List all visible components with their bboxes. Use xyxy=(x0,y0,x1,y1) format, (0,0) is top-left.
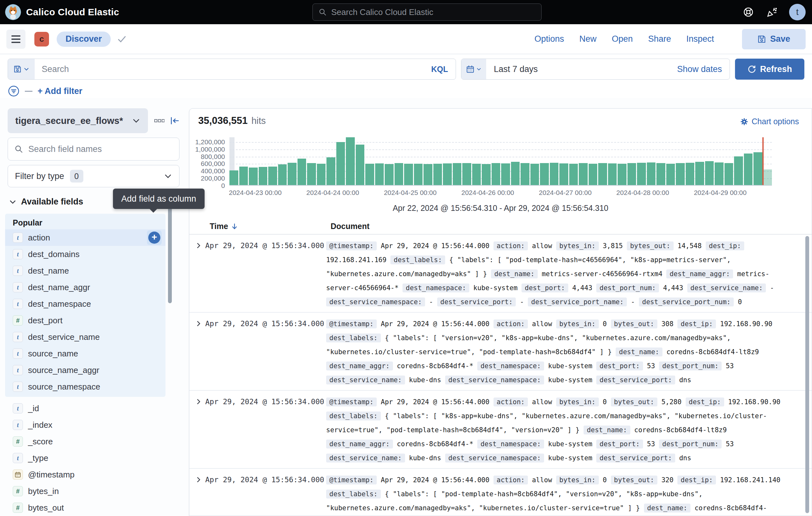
histogram-bar[interactable] xyxy=(686,163,695,185)
histogram-bar[interactable] xyxy=(492,163,500,185)
field-search-input[interactable] xyxy=(28,144,173,154)
histogram-bar[interactable] xyxy=(705,161,714,185)
histogram-bar[interactable] xyxy=(229,170,238,185)
field-item-dest_port[interactable]: #dest_port xyxy=(5,312,166,329)
expand-row-icon[interactable] xyxy=(195,320,202,327)
histogram-plot[interactable] xyxy=(229,137,772,186)
histogram-bar[interactable] xyxy=(472,164,481,185)
histogram-bar[interactable] xyxy=(666,164,675,185)
histogram-bar[interactable] xyxy=(395,163,403,185)
time-column-header[interactable]: Time xyxy=(210,222,228,231)
histogram-bar[interactable] xyxy=(346,137,355,185)
histogram-bar[interactable] xyxy=(676,163,685,185)
expand-row-icon[interactable] xyxy=(195,398,202,405)
histogram-bar[interactable] xyxy=(443,163,452,185)
field-item-dest_name_aggr[interactable]: tdest_name_aggr xyxy=(5,279,166,296)
menu-hamburger-button[interactable] xyxy=(6,30,25,49)
collapse-sidebar-icon[interactable] xyxy=(170,116,179,126)
breadcrumb-discover[interactable]: Discover xyxy=(57,31,111,47)
histogram-bar[interactable] xyxy=(734,156,743,185)
histogram-bar[interactable] xyxy=(550,163,559,185)
date-picker[interactable]: Last 7 days Show dates xyxy=(461,59,730,80)
histogram-bar[interactable] xyxy=(356,144,365,185)
histogram-bar[interactable] xyxy=(414,164,423,185)
menu-item-open[interactable]: Open xyxy=(612,34,633,44)
histogram-bar[interactable] xyxy=(375,163,384,185)
histogram-bar[interactable] xyxy=(307,163,316,185)
histogram-bar[interactable] xyxy=(259,167,268,185)
field-item-@timestamp[interactable]: @timestamp xyxy=(5,466,166,483)
histogram-bar[interactable] xyxy=(725,163,733,185)
histogram-bar[interactable] xyxy=(530,164,539,185)
histogram-bar[interactable] xyxy=(288,163,296,185)
table-scrollbar[interactable] xyxy=(805,236,809,513)
histogram-bar[interactable] xyxy=(628,163,636,185)
field-search[interactable] xyxy=(8,138,179,161)
histogram-bar[interactable] xyxy=(239,167,248,185)
histogram-bar[interactable] xyxy=(617,164,627,185)
user-avatar[interactable]: t xyxy=(789,4,806,20)
histogram-bar[interactable] xyxy=(433,164,442,185)
save-button[interactable]: Save xyxy=(742,29,806,49)
menu-item-new[interactable]: New xyxy=(579,34,597,44)
global-search[interactable] xyxy=(313,3,542,21)
histogram-bar[interactable] xyxy=(482,164,491,185)
field-item-source_name_aggr[interactable]: tsource_name_aggr xyxy=(5,362,166,378)
index-pattern-select[interactable]: tigera_secure_ee_flows* xyxy=(8,108,148,133)
field-item-_id[interactable]: t_id xyxy=(5,400,166,417)
histogram-bar[interactable] xyxy=(424,164,432,185)
histogram-bar[interactable] xyxy=(579,163,588,185)
show-dates-link[interactable]: Show dates xyxy=(677,64,730,74)
filter-menu-icon[interactable] xyxy=(8,85,20,97)
help-lifebuoy-icon[interactable] xyxy=(742,6,755,19)
add-filter-link[interactable]: + Add filter xyxy=(37,86,82,96)
histogram-bar[interactable] xyxy=(744,154,753,185)
newsfeed-icon[interactable] xyxy=(765,6,778,19)
histogram-bar[interactable] xyxy=(637,163,646,185)
field-item-_score[interactable]: #_score xyxy=(5,433,166,450)
date-quick-menu-button[interactable] xyxy=(461,59,486,79)
field-item-bytes_in[interactable]: #bytes_in xyxy=(5,483,166,499)
histogram-bar[interactable] xyxy=(278,164,287,185)
expand-row-icon[interactable] xyxy=(195,242,202,249)
histogram-bar[interactable] xyxy=(317,164,326,185)
time-range-value[interactable]: Last 7 days xyxy=(486,64,538,74)
histogram-bar[interactable] xyxy=(521,163,529,185)
histogram-bar[interactable] xyxy=(511,162,520,185)
menu-item-options[interactable]: Options xyxy=(534,34,564,44)
kql-search-control[interactable]: KQL xyxy=(8,59,456,80)
field-item-dest_service_name[interactable]: tdest_service_name xyxy=(5,329,166,345)
histogram-bar[interactable] xyxy=(385,164,394,185)
menu-item-inspect[interactable]: Inspect xyxy=(686,34,714,44)
field-item-action[interactable]: taction+ xyxy=(5,229,166,246)
histogram-bar[interactable] xyxy=(453,163,462,185)
space-badge[interactable]: c xyxy=(34,32,49,47)
histogram-bar[interactable] xyxy=(589,164,598,185)
histogram-bar[interactable] xyxy=(559,163,568,185)
histogram-bar[interactable] xyxy=(598,163,607,185)
field-item-bytes_out[interactable]: #bytes_out xyxy=(5,499,166,516)
kql-toggle[interactable]: KQL xyxy=(431,65,456,74)
field-item-_index[interactable]: t_index xyxy=(5,417,166,433)
histogram-bar[interactable] xyxy=(297,159,307,185)
add-field-as-column-button[interactable]: + xyxy=(147,230,162,245)
field-item-source_name[interactable]: tsource_name xyxy=(5,345,166,362)
histogram-bar[interactable] xyxy=(268,167,277,185)
chart-options-button[interactable]: Chart options xyxy=(740,117,799,126)
histogram-bar[interactable] xyxy=(462,163,471,185)
field-item-_type[interactable]: t_type xyxy=(5,450,166,466)
histogram-bar[interactable] xyxy=(647,162,656,185)
histogram-bar[interactable] xyxy=(753,152,762,185)
histogram-bar[interactable] xyxy=(249,167,258,185)
filter-by-type-select[interactable]: Filter by type 0 xyxy=(8,165,179,187)
global-search-input[interactable] xyxy=(331,7,535,17)
field-item-dest_namespace[interactable]: tdest_namespace xyxy=(5,296,166,312)
histogram-bar[interactable] xyxy=(336,142,345,185)
histogram-bar[interactable] xyxy=(501,163,510,185)
field-groups-icon[interactable] xyxy=(154,119,165,123)
histogram-bar[interactable] xyxy=(326,157,336,185)
histogram-bar[interactable] xyxy=(365,164,374,185)
field-item-dest_domains[interactable]: tdest_domains xyxy=(5,246,166,263)
histogram-bar[interactable] xyxy=(715,162,724,185)
histogram-bar[interactable] xyxy=(569,164,578,185)
